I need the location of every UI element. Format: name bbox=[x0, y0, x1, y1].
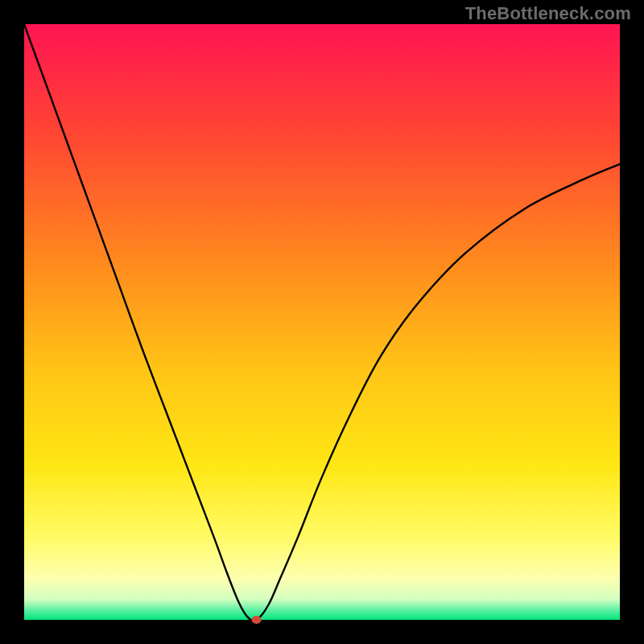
bottleneck-chart bbox=[0, 0, 644, 644]
chart-container: TheBottleneck.com bbox=[0, 0, 644, 644]
plot-background bbox=[24, 24, 620, 620]
watermark-text: TheBottleneck.com bbox=[465, 3, 631, 24]
optimal-point-marker bbox=[252, 616, 262, 624]
